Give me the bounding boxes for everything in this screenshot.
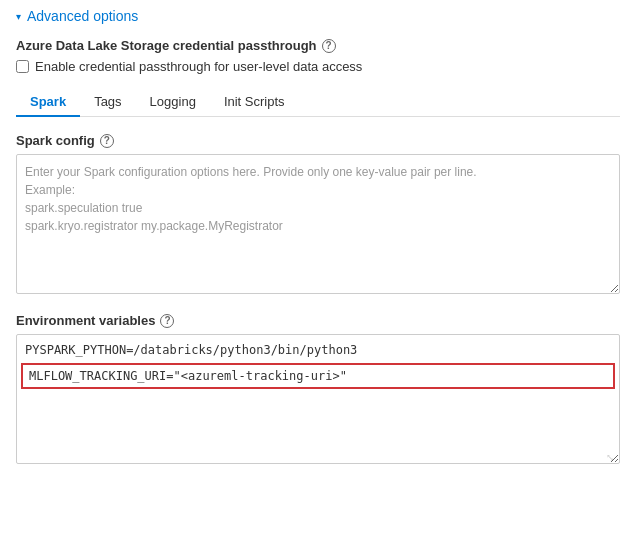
- credential-checkbox-row: Enable credential passthrough for user-l…: [16, 59, 620, 74]
- spark-config-label: Spark config ?: [16, 133, 620, 148]
- tab-logging[interactable]: Logging: [136, 88, 210, 117]
- env-vars-label-text: Environment variables: [16, 313, 155, 328]
- env-var-line-2-highlighted: MLFLOW_TRACKING_URI="<azureml-tracking-u…: [21, 363, 615, 389]
- tab-init-scripts[interactable]: Init Scripts: [210, 88, 299, 117]
- credential-label: Azure Data Lake Storage credential passt…: [16, 38, 620, 53]
- env-vars-section: Environment variables ? PYSPARK_PYTHON=/…: [16, 313, 620, 464]
- spark-config-textarea[interactable]: [16, 154, 620, 294]
- credential-passthrough-section: Azure Data Lake Storage credential passt…: [16, 38, 620, 74]
- env-vars-container[interactable]: PYSPARK_PYTHON=/databricks/python3/bin/p…: [16, 334, 620, 464]
- env-var-line-1: PYSPARK_PYTHON=/databricks/python3/bin/p…: [17, 335, 619, 361]
- credential-checkbox[interactable]: [16, 60, 29, 73]
- tabs-container: Spark Tags Logging Init Scripts: [16, 88, 620, 117]
- env-vars-label: Environment variables ?: [16, 313, 620, 328]
- chevron-down-icon: ▾: [16, 11, 21, 22]
- credential-label-text: Azure Data Lake Storage credential passt…: [16, 38, 317, 53]
- advanced-options-header[interactable]: ▾ Advanced options: [16, 8, 620, 24]
- advanced-options-title: Advanced options: [27, 8, 138, 24]
- credential-checkbox-label-prefix: Enable credential passthrough: [35, 59, 211, 74]
- credential-checkbox-label[interactable]: Enable credential passthrough for user-l…: [35, 59, 362, 74]
- credential-checkbox-label-suffix: for user-level data access: [211, 59, 363, 74]
- resize-handle-icon: ⤡: [606, 450, 618, 462]
- credential-help-icon[interactable]: ?: [322, 39, 336, 53]
- tab-tags[interactable]: Tags: [80, 88, 135, 117]
- env-vars-help-icon[interactable]: ?: [160, 314, 174, 328]
- spark-config-label-text: Spark config: [16, 133, 95, 148]
- spark-config-help-icon[interactable]: ?: [100, 134, 114, 148]
- tab-spark[interactable]: Spark: [16, 88, 80, 117]
- spark-config-section: Spark config ?: [16, 133, 620, 297]
